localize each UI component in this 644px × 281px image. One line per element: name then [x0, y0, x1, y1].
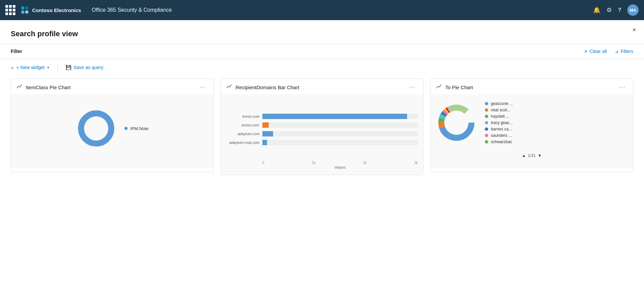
- chart-icon-3: [436, 84, 442, 91]
- legend-dot-1: [124, 127, 128, 130]
- filters-button[interactable]: ⊿ Filters: [615, 49, 633, 54]
- legend-dot-3-6: [485, 134, 488, 137]
- pagination-prev-button[interactable]: ▲: [522, 153, 526, 158]
- plus-icon: +: [11, 65, 14, 70]
- top-navigation: Contoso Electronics Office 365 Security …: [0, 0, 644, 20]
- save-query-button[interactable]: 💾 Save as query: [66, 65, 104, 70]
- legend-3: geaccone ... neal scot... hayslett ...: [485, 101, 513, 144]
- bar-track-3: [262, 131, 418, 136]
- charts-area: ItemClass Pie Chart ··· IPM.Note: [0, 76, 644, 186]
- legend-label-3-6: saunders ...: [491, 133, 512, 138]
- brand-name: Contoso Electronics: [32, 7, 81, 13]
- close-button[interactable]: ×: [632, 27, 636, 33]
- axis-1k: 1k: [312, 161, 316, 165]
- chart-title-area-3: To Pie Chart: [436, 84, 473, 91]
- chart-icon-2: [226, 84, 232, 91]
- legend-item-3-5: barnes ca...: [485, 127, 513, 131]
- legend-item-3-3: hayslett ...: [485, 114, 513, 119]
- bar-track-4: [262, 140, 418, 145]
- user-avatar[interactable]: MA: [627, 4, 639, 16]
- chart-card-1: ItemClass Pie Chart ··· IPM.Note: [11, 78, 214, 172]
- bar-label-3: adaytum.com: [226, 132, 260, 136]
- chart-menu-button-1[interactable]: ···: [198, 83, 208, 91]
- chart-body-1: IPM.Note: [11, 94, 213, 168]
- axis-3k: 3k: [414, 161, 418, 165]
- pagination-info: 1/31: [528, 153, 535, 158]
- page-header: Search profile view: [0, 20, 644, 44]
- bar-row-1: enron.com: [226, 114, 418, 119]
- chart-title-area-2: RecipientDomains Bar Chart: [226, 84, 299, 91]
- toolbar: + + New widget ▾ 💾 Save as query: [0, 59, 644, 76]
- brand-logo: [20, 5, 29, 15]
- chart-body-2: enron.com enron.com' adayt: [221, 94, 423, 175]
- settings-icon[interactable]: ⚙: [606, 6, 612, 14]
- legend-item-3-6: saunders ...: [485, 133, 513, 138]
- legend-label-3-2: neal scot...: [491, 108, 510, 112]
- legend-dot-3-4: [485, 121, 488, 124]
- bar-chart-axis: 0 1k 2k 3k: [262, 161, 418, 165]
- bar-fill-1: [262, 114, 407, 119]
- chart-body-3: geaccone ... neal scot... hayslett ...: [431, 94, 633, 168]
- donut-svg-1: [76, 108, 116, 149]
- clear-all-label: Clear all: [590, 49, 607, 54]
- nav-actions: 🔔 ⚙ ? MA: [593, 4, 639, 16]
- legend-item-3-7: schwarzbac: [485, 139, 513, 144]
- save-icon: 💾: [66, 65, 71, 70]
- pie-chart-3-content: geaccone ... neal scot... hayslett ...: [431, 94, 633, 151]
- bar-track-2: [262, 122, 418, 128]
- notification-icon[interactable]: 🔔: [593, 6, 600, 14]
- clear-x-icon: ✕: [584, 49, 588, 54]
- legend-label-3-1: geaccone ...: [491, 101, 513, 106]
- legend-item-3-4: tracy geac...: [485, 120, 513, 125]
- waffle-menu[interactable]: [5, 5, 15, 15]
- axis-2k: 2k: [363, 161, 367, 165]
- chart-menu-button-2[interactable]: ···: [407, 83, 418, 91]
- legend-label-1: IPM.Note: [130, 126, 148, 131]
- bar-label-4: adaytum-msp.com: [226, 140, 260, 145]
- legend-dot-3-2: [485, 108, 488, 112]
- chevron-down-icon: ▾: [47, 65, 49, 70]
- toolbar-divider: [57, 64, 58, 70]
- chart-title-area-1: ItemClass Pie Chart: [16, 84, 70, 91]
- bar-track-1: [262, 114, 418, 119]
- bar-row-4: adaytum-msp.com: [226, 140, 418, 145]
- legend-dot-3-1: [485, 102, 488, 105]
- legend-dot-3-7: [485, 140, 488, 144]
- clear-all-button[interactable]: ✕ Clear all: [584, 49, 607, 54]
- new-widget-button[interactable]: + + New widget ▾: [11, 65, 49, 70]
- svg-point-3: [25, 10, 28, 14]
- donut-svg-3: [435, 101, 478, 145]
- filter-funnel-icon: ⊿: [615, 49, 619, 54]
- svg-point-2: [21, 10, 24, 14]
- bar-chart-inner: enron.com enron.com' adayt: [226, 102, 418, 160]
- help-icon[interactable]: ?: [618, 7, 621, 13]
- bar-label-2: enron.com': [226, 123, 260, 127]
- legend-label-3-4: tracy geac...: [491, 120, 513, 125]
- svg-point-0: [21, 6, 24, 10]
- chart-menu-button-3[interactable]: ···: [617, 83, 628, 91]
- legend-label-3-7: schwarzbac: [491, 139, 512, 144]
- bar-fill-4: [262, 140, 267, 145]
- main-content: × Search profile view Filter ✕ Clear all…: [0, 20, 644, 281]
- filter-bar: Filter ✕ Clear all ⊿ Filters: [0, 44, 644, 59]
- filters-label: Filters: [621, 49, 633, 54]
- bar-row-2: enron.com': [226, 122, 418, 128]
- bar-row-3: adaytum.com: [226, 131, 418, 136]
- chart-header-2: RecipientDomains Bar Chart ···: [221, 79, 423, 94]
- legend-item-1: IPM.Note: [124, 126, 148, 131]
- chart-card-2: RecipientDomains Bar Chart ··· enron.com: [220, 78, 424, 175]
- legend-item-3-1: geaccone ...: [485, 101, 513, 106]
- filter-label: Filter: [11, 49, 22, 54]
- chart-title-1: ItemClass Pie Chart: [26, 85, 70, 90]
- chart-pagination-3: ▲ 1/31 ▼: [431, 151, 633, 161]
- filter-actions: ✕ Clear all ⊿ Filters: [584, 49, 633, 54]
- bar-fill-3: [262, 131, 273, 136]
- chart-title-2: RecipientDomains Bar Chart: [236, 85, 299, 90]
- svg-point-4: [81, 113, 111, 144]
- legend-label-3-3: hayslett ...: [491, 114, 509, 119]
- pagination-next-button[interactable]: ▼: [538, 153, 542, 158]
- legend-item-3-2: neal scot...: [485, 108, 513, 112]
- legend-dot-3-3: [485, 115, 488, 118]
- brand: Contoso Electronics: [20, 5, 81, 15]
- save-query-label: Save as query: [73, 65, 104, 70]
